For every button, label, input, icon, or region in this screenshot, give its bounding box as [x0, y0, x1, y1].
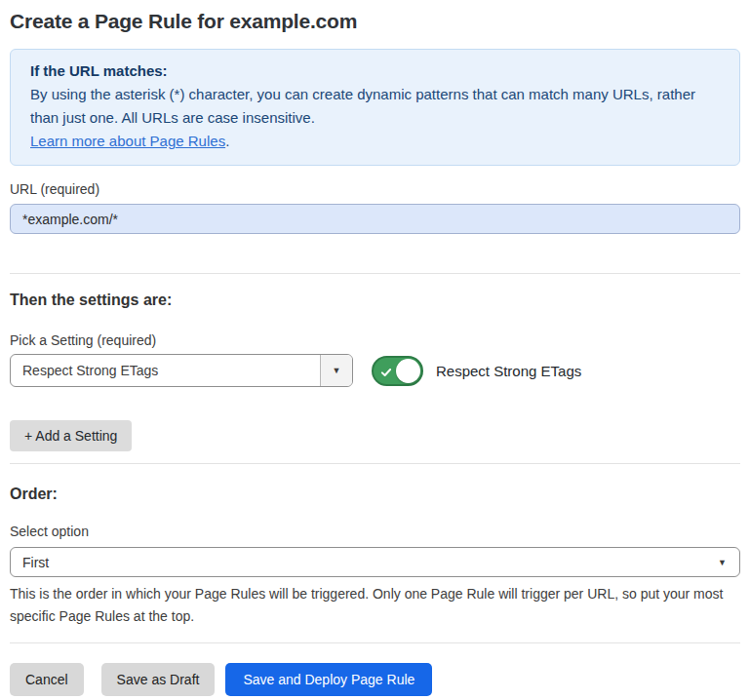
footer-button-row: Cancel Save as Draft Save and Deploy Pag… [10, 663, 740, 696]
chevron-down-icon[interactable]: ▼ [320, 355, 352, 386]
order-select[interactable]: First ▼ [10, 547, 740, 577]
learn-more-link[interactable]: Learn more about Page Rules [30, 133, 225, 149]
setting-row: Respect Strong ETags ▼ Respect Strong ET… [10, 354, 740, 387]
cancel-button[interactable]: Cancel [10, 663, 84, 696]
order-help-text: This is the order in which your Page Rul… [10, 583, 731, 628]
check-icon [380, 365, 392, 382]
setting-select[interactable]: Respect Strong ETags ▼ [10, 354, 353, 387]
divider [10, 273, 740, 274]
toggle-label: Respect Strong ETags [436, 363, 581, 379]
info-box-link-line: Learn more about Page Rules. [30, 130, 720, 153]
save-as-draft-button[interactable]: Save as Draft [101, 663, 216, 696]
info-box-body: By using the asterisk (*) character, you… [30, 83, 720, 130]
order-select-label: Select option [10, 524, 740, 539]
save-and-deploy-button[interactable]: Save and Deploy Page Rule [225, 663, 432, 696]
url-field-label: URL (required) [10, 181, 740, 197]
url-input[interactable] [10, 204, 740, 234]
settings-section-heading: Then the settings are: [10, 292, 740, 309]
order-select-value: First [11, 555, 49, 570]
create-page-rule-panel: Create a Page Rule for example.com If th… [0, 0, 750, 700]
link-suffix: . [225, 133, 229, 149]
info-box-heading: If the URL matches: [30, 59, 720, 83]
chevron-down-icon: ▼ [718, 558, 727, 567]
add-setting-button[interactable]: + Add a Setting [10, 420, 132, 451]
page-title: Create a Page Rule for example.com [10, 10, 740, 33]
setting-select-value: Respect Strong ETags [11, 363, 320, 378]
toggle-knob [396, 359, 420, 383]
url-matches-info-box: If the URL matches: By using the asteris… [10, 49, 740, 166]
order-section-heading: Order: [10, 486, 740, 503]
divider [10, 642, 740, 643]
respect-strong-etags-toggle[interactable] [372, 356, 423, 386]
divider [10, 463, 740, 464]
pick-setting-label: Pick a Setting (required) [10, 332, 740, 348]
